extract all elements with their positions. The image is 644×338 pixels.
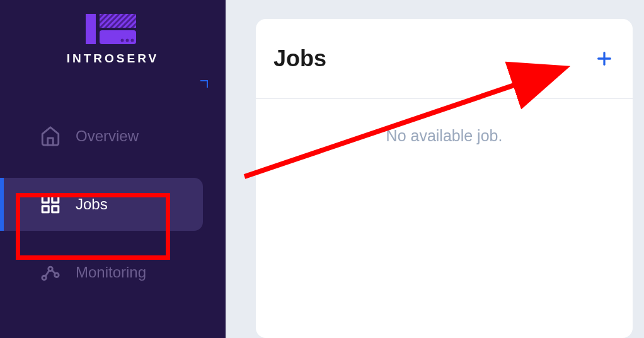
svg-line-16 (52, 271, 55, 274)
card-body: No available job. (256, 99, 633, 173)
svg-rect-3 (100, 14, 136, 28)
logo-mark-icon (86, 11, 140, 47)
brand-name: INTROSERV (67, 52, 159, 66)
svg-point-5 (121, 39, 124, 42)
corner-accent-icon (200, 79, 208, 86)
page-title: Jobs (273, 45, 326, 72)
svg-rect-4 (100, 30, 136, 44)
empty-state-message: No available job. (268, 127, 620, 145)
svg-rect-11 (52, 206, 59, 213)
main-content: Jobs No available job. (226, 0, 644, 338)
svg-rect-2 (86, 14, 96, 44)
card-header: Jobs (256, 19, 633, 99)
svg-rect-9 (52, 196, 59, 202)
sidebar-item-monitoring[interactable]: Monitoring (0, 246, 226, 299)
jobs-card: Jobs No available job. (256, 19, 633, 338)
sidebar-item-label: Monitoring (76, 264, 146, 281)
plus-icon (595, 50, 613, 67)
sidebar: INTROSERV Overview (0, 0, 226, 338)
sidebar-item-label: Jobs (76, 195, 108, 213)
sidebar-item-label: Overview (76, 127, 139, 145)
home-icon (39, 125, 62, 148)
grid-icon (39, 193, 62, 216)
svg-line-15 (45, 271, 49, 276)
monitoring-icon (39, 261, 62, 284)
svg-point-7 (131, 39, 134, 42)
sidebar-item-jobs[interactable]: Jobs (0, 178, 203, 231)
svg-rect-10 (42, 206, 49, 213)
sidebar-item-overview[interactable]: Overview (0, 110, 226, 163)
nav-list: Overview Jobs (0, 110, 226, 299)
brand-logo: INTROSERV (0, 11, 226, 66)
svg-rect-8 (42, 196, 49, 202)
svg-point-6 (126, 39, 129, 42)
add-job-button[interactable] (595, 49, 614, 68)
